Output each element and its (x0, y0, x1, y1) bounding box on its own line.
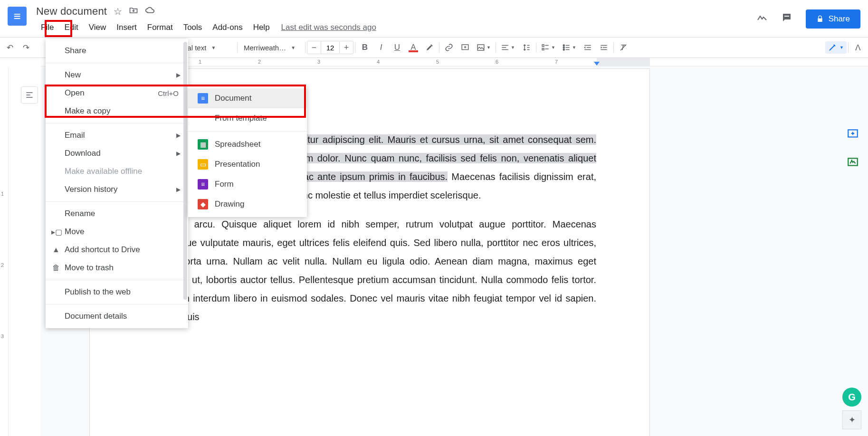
bold-button[interactable]: B (357, 40, 373, 55)
form-icon: ≡ (198, 179, 208, 190)
insert-image-button[interactable]: ▼ (473, 40, 494, 55)
star-icon[interactable]: ☆ (114, 6, 122, 17)
decrease-indent-button[interactable] (580, 40, 596, 55)
cloud-status-icon[interactable] (145, 5, 155, 18)
v-ruler-tick: 2 (1, 262, 4, 268)
underline-button[interactable]: U (389, 40, 405, 55)
file-menu-offline: Make available offline (46, 162, 188, 180)
menu-file[interactable]: File (36, 21, 58, 34)
menu-addons[interactable]: Add-ons (208, 21, 247, 34)
ruler-tick: 6 (496, 59, 498, 65)
file-menu-rename[interactable]: Rename (46, 205, 188, 223)
collapse-toolbar-button[interactable]: ᐱ (850, 40, 866, 55)
file-menu-publish[interactable]: Publish to the web (46, 283, 188, 301)
spreadsheet-icon: ▦ (198, 139, 208, 150)
new-document[interactable]: ≡Document (188, 88, 307, 108)
move-folder-icon[interactable] (129, 6, 138, 18)
line-spacing-button[interactable] (518, 40, 534, 55)
file-menu-share[interactable]: Share (46, 42, 188, 60)
font-size-decrease[interactable]: − (307, 41, 321, 54)
drive-icon: ▲ (51, 246, 61, 254)
menu-insert[interactable]: Insert (112, 21, 142, 34)
explore-button[interactable]: ✦ (842, 410, 861, 429)
undo-button[interactable]: ↶ (2, 40, 18, 55)
submenu-arrow-icon: ▶ (176, 150, 181, 157)
submenu-arrow-icon: ▶ (176, 132, 181, 139)
share-button-label: Share (829, 14, 850, 24)
file-menu-email[interactable]: Email▶ (46, 126, 188, 144)
menu-help[interactable]: Help (248, 21, 275, 34)
share-button[interactable]: Share (806, 9, 860, 28)
file-menu-download[interactable]: Download▶ (46, 144, 188, 162)
menu-view[interactable]: View (84, 21, 111, 34)
left-gutter: 1 2 3 (0, 58, 41, 436)
menu-format[interactable]: Format (143, 21, 178, 34)
submenu-arrow-icon: ▶ (176, 186, 181, 193)
editing-mode-button[interactable]: ▼ (825, 41, 847, 54)
increase-indent-button[interactable] (596, 40, 612, 55)
chevron-down-icon: ▼ (291, 45, 296, 50)
new-drawing[interactable]: ◆Drawing (188, 194, 307, 214)
menu-edit[interactable]: Edit (59, 21, 83, 34)
file-menu-trash[interactable]: 🗑Move to trash (46, 259, 188, 277)
checklist-button[interactable]: ▼ (538, 40, 559, 55)
vertical-ruler[interactable]: 1 2 3 (0, 67, 9, 436)
clear-formatting-button[interactable] (615, 40, 631, 55)
app-header: ≡ New document ☆ File Edit View Insert F… (0, 0, 868, 37)
svg-point-5 (563, 45, 564, 46)
highlight-color-button[interactable] (421, 40, 438, 55)
redo-button[interactable]: ↷ (18, 40, 34, 55)
font-size-increase[interactable]: + (340, 41, 353, 54)
last-edit-link[interactable]: Last edit was seconds ago (281, 23, 376, 32)
svg-point-6 (563, 47, 564, 48)
insert-link-button[interactable] (441, 40, 457, 55)
docs-logo[interactable]: ≡ (8, 7, 27, 26)
ruler-tick: 4 (377, 59, 380, 65)
paragraph[interactable]: In a urna arcu. Quisque aliquet lorem id… (143, 215, 596, 326)
svg-point-7 (563, 49, 564, 50)
file-menu-details[interactable]: Document details (46, 307, 188, 325)
shortcut-label: Ctrl+O (158, 89, 179, 97)
trash-icon: 🗑 (51, 264, 61, 272)
text-color-button[interactable]: A (405, 40, 421, 55)
ruler-tick: 1 (199, 59, 201, 65)
suggest-edits-button[interactable] (843, 153, 862, 172)
document-outline-button[interactable] (21, 86, 38, 104)
insert-comment-button[interactable] (457, 40, 473, 55)
header-right: Share (756, 9, 860, 28)
submenu-arrow-icon: ▶ (176, 72, 181, 78)
v-ruler-tick: 1 (1, 191, 4, 197)
right-indent-marker[interactable] (594, 62, 600, 66)
drawing-icon: ◆ (198, 199, 208, 209)
new-form[interactable]: ≡Form (188, 174, 307, 194)
new-presentation[interactable]: ▭Presentation (188, 154, 307, 174)
lock-icon (816, 15, 824, 23)
margin-actions (843, 124, 862, 172)
document-title[interactable]: New document (36, 5, 107, 18)
bulleted-list-button[interactable]: ▼ (559, 40, 580, 55)
move-icon: ▸▢ (51, 227, 61, 237)
new-from-template[interactable]: From template (188, 108, 307, 128)
file-menu-add-shortcut[interactable]: ▲Add shortcut to Drive (46, 241, 188, 259)
file-menu-make-copy[interactable]: Make a copy (46, 102, 188, 120)
grammarly-badge[interactable]: G (842, 388, 861, 407)
comments-icon[interactable] (781, 12, 792, 26)
chevron-down-icon: ▼ (839, 45, 844, 50)
font-size-value[interactable]: 12 (321, 41, 340, 54)
file-menu-move[interactable]: ▸▢Move (46, 223, 188, 241)
chevron-down-icon: ▼ (211, 45, 216, 50)
font-size-control: − 12 + (307, 41, 353, 54)
italic-button[interactable]: I (373, 40, 389, 55)
add-comment-button[interactable] (843, 124, 862, 143)
file-menu-open[interactable]: OpenCtrl+O (46, 84, 188, 102)
ruler-tick: 3 (317, 59, 320, 65)
svg-rect-3 (542, 45, 544, 47)
menu-tools[interactable]: Tools (179, 21, 207, 34)
font-family-dropdown[interactable]: Merriweath…▼ (239, 40, 304, 55)
activity-icon[interactable] (756, 12, 768, 26)
file-menu-new[interactable]: New▶ (46, 66, 188, 84)
align-button[interactable]: ▼ (497, 40, 518, 55)
new-spreadsheet[interactable]: ▦Spreadsheet (188, 134, 307, 154)
file-menu-version-history[interactable]: Version history▶ (46, 180, 188, 199)
document-icon: ≡ (198, 93, 208, 104)
